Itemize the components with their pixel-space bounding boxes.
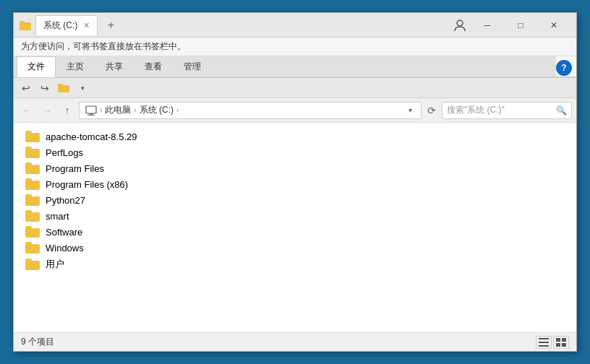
svg-rect-11 (556, 338, 560, 342)
list-item[interactable]: Python27 (14, 192, 576, 208)
folder-icon (25, 226, 40, 238)
file-list: apache-tomcat-8.5.29 PerfLogs Program Fi… (14, 123, 576, 332)
folder-icon (25, 147, 40, 158)
file-name: 用户 (46, 258, 64, 271)
refresh-button[interactable]: ⟳ (424, 103, 439, 118)
path-arrow-3: › (176, 106, 179, 114)
file-name: apache-tomcat-8.5.29 (46, 131, 137, 142)
svg-rect-4 (58, 84, 63, 87)
view-buttons (536, 336, 569, 349)
folder-icon (25, 259, 40, 270)
list-item[interactable]: Program Files (x86) (14, 176, 576, 192)
bookmark-message: 为方便访问，可将书签直接放在书签栏中。 (21, 40, 186, 53)
address-input[interactable]: › 此电脑 › 系统 (C:) › ▾ (79, 102, 422, 119)
folder-icon (25, 194, 40, 206)
tab-home[interactable]: 主页 (56, 56, 95, 77)
item-count: 9 个项目 (21, 336, 54, 348)
address-dropdown-button[interactable]: ▾ (406, 106, 415, 114)
svg-rect-9 (539, 342, 549, 343)
path-segment-computer: 此电脑 (105, 104, 131, 116)
file-name: Python27 (46, 195, 85, 206)
new-tab-button[interactable]: + (102, 17, 119, 34)
tab-folder-icon (20, 20, 31, 31)
list-item[interactable]: smart (14, 208, 576, 224)
profile-button[interactable] (449, 14, 471, 36)
list-item[interactable]: PerfLogs (14, 144, 576, 160)
folder-icon (25, 162, 40, 174)
toolbar-dropdown[interactable]: ▾ (74, 80, 90, 96)
grid-view-button[interactable] (553, 336, 569, 349)
forward-button[interactable]: → (38, 102, 56, 119)
list-view-button[interactable] (536, 336, 552, 349)
close-button[interactable]: ✕ (537, 14, 570, 36)
svg-rect-8 (539, 338, 549, 339)
folder-icon (25, 210, 40, 222)
folder-icon (25, 178, 40, 190)
status-bar: 9 个项目 (14, 332, 576, 351)
ribbon: 文件 主页 共享 查看 管理 ? (14, 56, 576, 78)
svg-point-2 (457, 20, 463, 26)
list-item[interactable]: Windows (14, 240, 576, 256)
file-name: PerfLogs (46, 147, 83, 158)
redo-button[interactable]: ↪ (37, 80, 53, 96)
help-button[interactable]: ? (556, 60, 572, 76)
minimize-button[interactable]: ─ (471, 14, 504, 36)
svg-rect-7 (87, 115, 95, 116)
tab-close-button[interactable]: ✕ (83, 21, 90, 30)
svg-rect-13 (556, 343, 560, 347)
file-name: Windows (46, 243, 84, 254)
tab-label: 系统 (C:) (43, 20, 77, 32)
path-segment-drive: 系统 (C:) (140, 104, 174, 116)
title-bar: 系统 (C:) ✕ + ─ □ ✕ (14, 13, 576, 38)
search-placeholder: 搜索"系统 (C:)" (447, 104, 556, 116)
svg-rect-6 (89, 113, 93, 115)
path-arrow-2: › (134, 106, 136, 114)
svg-rect-14 (562, 343, 566, 347)
address-bar: ← → ↑ › 此电脑 › 系统 (C:) › ▾ ⟳ 搜索"系统 (C:)" … (14, 98, 576, 123)
file-name: Software (46, 227, 82, 238)
svg-rect-1 (20, 21, 25, 24)
tab-view[interactable]: 查看 (134, 56, 173, 77)
search-icon: 🔍 (556, 105, 567, 116)
list-item[interactable]: 用户 (14, 256, 576, 273)
file-name: smart (46, 211, 69, 222)
path-arrow-1: › (100, 106, 102, 114)
bookmark-bar: 为方便访问，可将书签直接放在书签栏中。 (14, 38, 576, 56)
svg-rect-5 (86, 106, 96, 113)
svg-rect-12 (562, 338, 566, 342)
quick-access-toolbar: ↩ ↪ ▾ (14, 78, 576, 98)
computer-icon (85, 105, 97, 116)
file-name: Program Files (x86) (46, 179, 128, 190)
tab-manage[interactable]: 管理 (173, 56, 212, 77)
file-name: Program Files (46, 163, 104, 174)
back-button[interactable]: ← (18, 102, 35, 119)
tab-file[interactable]: 文件 (17, 56, 56, 77)
folder-icon (25, 131, 40, 142)
folder-icon (25, 242, 40, 254)
address-path: › 此电脑 › 系统 (C:) › (85, 104, 401, 116)
search-box[interactable]: 搜索"系统 (C:)" 🔍 (442, 102, 572, 119)
ribbon-tabs: 文件 主页 共享 查看 管理 (14, 56, 556, 77)
ribbon-tabs-row: 文件 主页 共享 查看 管理 ? (14, 56, 576, 77)
explorer-window: 系统 (C:) ✕ + ─ □ ✕ 为方便访问，可将书签直接放在书签栏中。 文件… (13, 12, 577, 352)
list-item[interactable]: Program Files (14, 160, 576, 176)
title-bar-left: 系统 (C:) ✕ + (20, 15, 449, 35)
list-item[interactable]: apache-tomcat-8.5.29 (14, 129, 576, 144)
undo-button[interactable]: ↩ (18, 80, 34, 96)
folder-button[interactable] (56, 80, 72, 96)
svg-rect-10 (539, 345, 549, 347)
up-button[interactable]: ↑ (59, 102, 76, 119)
maximize-button[interactable]: □ (504, 14, 537, 36)
active-tab[interactable]: 系统 (C:) ✕ (35, 15, 98, 35)
list-item[interactable]: Software (14, 224, 576, 240)
tab-share[interactable]: 共享 (95, 56, 134, 77)
